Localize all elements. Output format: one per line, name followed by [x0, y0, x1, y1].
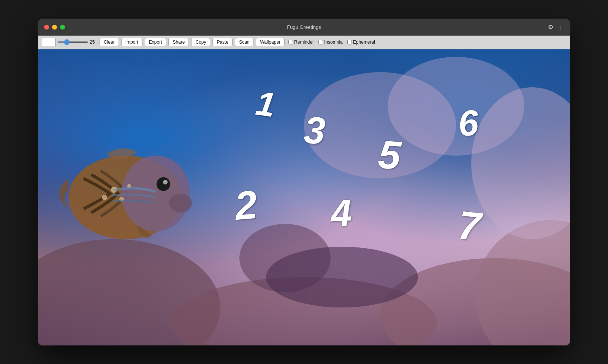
insomnia-label: Insomnia: [324, 39, 343, 45]
clear-button[interactable]: Clear: [100, 38, 119, 46]
copy-button[interactable]: Copy: [191, 38, 210, 46]
close-button[interactable]: [44, 25, 49, 30]
svg-point-15: [102, 195, 107, 200]
insomnia-checkbox[interactable]: [318, 40, 323, 44]
stroke-size-slider[interactable]: [58, 41, 88, 43]
drawing-canvas[interactable]: 1 2 3 4 5 6 7: [38, 49, 570, 345]
reminder-checkbox[interactable]: [288, 40, 293, 44]
menu-icon[interactable]: ⋮: [558, 24, 564, 31]
app-window: Fugu Greetings ⚙ ⋮ 25 Clear Import Expor…: [38, 19, 570, 345]
share-button[interactable]: Share: [168, 38, 189, 46]
export-button[interactable]: Export: [145, 38, 166, 46]
paste-button[interactable]: Paste: [212, 38, 233, 46]
reminder-label: Reminder: [294, 39, 314, 45]
import-button[interactable]: Import: [121, 38, 142, 46]
svg-point-3: [475, 220, 570, 345]
traffic-lights: [44, 25, 65, 30]
stroke-size-control: 25: [58, 39, 97, 45]
svg-point-11: [157, 177, 170, 191]
insomnia-option[interactable]: Insomnia: [318, 39, 343, 45]
wallpaper-button[interactable]: Wallpaper: [256, 38, 285, 46]
maximize-button[interactable]: [60, 25, 65, 30]
svg-point-17: [169, 194, 192, 213]
scan-button[interactable]: Scan: [235, 38, 253, 46]
options-group: Reminder Insomnia Ephemeral: [288, 39, 375, 45]
scene-decorations: [38, 49, 570, 345]
ephemeral-label: Ephemeral: [353, 39, 375, 45]
titlebar: Fugu Greetings ⚙ ⋮: [38, 19, 570, 36]
svg-point-8: [266, 247, 418, 307]
svg-point-12: [163, 180, 168, 184]
color-swatch[interactable]: [42, 38, 55, 46]
minimize-button[interactable]: [52, 25, 57, 30]
reminder-option[interactable]: Reminder: [288, 39, 314, 45]
ephemeral-checkbox[interactable]: [347, 40, 352, 44]
titlebar-actions: ⚙ ⋮: [548, 24, 564, 31]
window-title: Fugu Greetings: [287, 24, 321, 30]
stroke-size-value: 25: [90, 39, 97, 45]
toolbar: 25 Clear Import Export Share Copy Paste …: [38, 36, 570, 49]
extension-icon[interactable]: ⚙: [548, 24, 553, 31]
ephemeral-option[interactable]: Ephemeral: [347, 39, 375, 45]
